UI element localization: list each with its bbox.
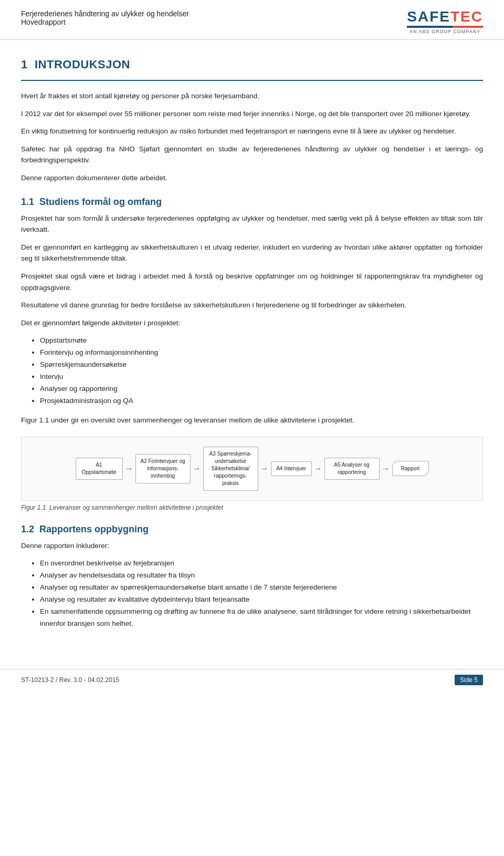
arrow-4: → (314, 464, 322, 473)
list-item: Analyser av hendelsesdata og resultater … (40, 570, 483, 582)
s1-1-p2: Det er gjennomført en kartlegging av sik… (21, 242, 483, 264)
flow-diagram: A1 Oppstartsmøte → A2 Forintervjuer og i… (21, 437, 483, 501)
list-item: Analyser og rapportering (40, 383, 483, 395)
logo-area: SAFETEC AN ABS GROUP COMPANY (407, 9, 483, 34)
intro-p5: Denne rapporten dokumenterer dette arbei… (21, 172, 483, 184)
flow-box-rapport: Rapport (392, 461, 429, 476)
flow-box-a5: A5 Analyser og rapportering (324, 458, 380, 480)
intro-p1: Hvert år fraktes et stort antall kjøretø… (21, 90, 483, 102)
arrow-1: → (125, 464, 133, 473)
figure-intro: Figur 1.1 under gir en oversikt over sam… (21, 415, 483, 426)
arrow-2: → (193, 464, 201, 473)
intro-p3: En viktig forutsetning for kontinuerlig … (21, 126, 483, 137)
safetec-logo: SAFETEC AN ABS GROUP COMPANY (407, 9, 483, 34)
list-item: En overordnet beskrivelse av ferjebransj… (40, 558, 483, 570)
list-item: Analyser og resultater av spørreskjemaun… (40, 582, 483, 594)
list-item: En sammenfattende oppsummering og drøfti… (40, 606, 483, 630)
section-divider (21, 80, 483, 81)
arrow-5: → (382, 464, 390, 473)
s1-2-intro: Denne rapporten inkluderer: (21, 540, 483, 552)
intro-p4: Safetec har på oppdrag fra NHO Sjøfart g… (21, 143, 483, 166)
list-item: Prosjektadministrasjon og QA (40, 395, 483, 407)
flow-box-a4: A4 Intervjuer (271, 461, 312, 476)
footer-doc-id: ST-10213-2 / Rev. 3.0 - 04.02.2015 (21, 676, 119, 684)
flow-box-a2: A2 Forintervjuer og informasjons-innhent… (135, 454, 191, 483)
page: Ferjerederienes håndtering av ulykker og… (0, 0, 504, 856)
s1-1-p1: Prosjektet har som formål å undersøke fe… (21, 213, 483, 235)
list-item: Analyse og resultater av kvalitative dyb… (40, 594, 483, 606)
intro-p2: I 2012 var det for eksempel over 55 mill… (21, 108, 483, 120)
section1-heading: 1 INTRODUKSJON (21, 58, 483, 71)
flow-box-a1: A1 Oppstartsmøte (76, 458, 123, 480)
figure-1-1-container: A1 Oppstartsmøte → A2 Forintervjuer og i… (21, 437, 483, 511)
main-content: 1 INTRODUKSJON Hvert år fraktes et stort… (0, 40, 504, 653)
list-item: Intervju (40, 371, 483, 383)
list-item: Forintervju og informasjonsinnhenting (40, 347, 483, 359)
page-header: Ferjerederienes håndtering av ulykker og… (0, 0, 504, 40)
section1-2-heading: 1.2 Rapportens oppbygning (21, 524, 483, 535)
list-item: Spørreskjemaundersøkelse (40, 359, 483, 371)
abs-group-text: AN ABS GROUP COMPANY (410, 29, 480, 34)
flow-box-a3: A3 Spørreskjema-undersøkelse Sikkerhetsk… (203, 447, 258, 491)
logo-tec: TEC (450, 8, 483, 25)
arrow-3: → (260, 464, 269, 473)
header-title-area: Ferjerederienes håndtering av ulykker og… (21, 9, 189, 26)
page-number: Side 5 (455, 675, 483, 685)
figure-caption: Figur 1.1 Leveranser og sammenhenger mel… (21, 504, 483, 511)
s1-1-p4: Resultatene vil danne grunnlag for bedre… (21, 300, 483, 311)
safetec-logo-text: SAFETEC (407, 9, 483, 24)
logo-bar (407, 26, 483, 28)
section1-1-heading: 1.1 Studiens formål og omfang (21, 197, 483, 208)
flow-middle-column: A3 Spørreskjema-undersøkelse Sikkerhetsk… (203, 447, 258, 491)
page-footer: ST-10213-2 / Rev. 3.0 - 04.02.2015 Side … (0, 669, 504, 690)
activities-list: OppstartsmøteForintervju og informasjons… (40, 335, 483, 407)
logo-safe: SAFE (407, 8, 450, 25)
document-subtitle: Hovedrapport (21, 18, 189, 26)
activities-intro: Det er gjennomført følgende aktiviteter … (21, 317, 483, 329)
list-item: Oppstartsmøte (40, 335, 483, 347)
document-title: Ferjerederienes håndtering av ulykker og… (21, 9, 189, 18)
s1-2-list: En overordnet beskrivelse av ferjebransj… (40, 558, 483, 630)
s1-1-p3: Prosjektet skal også være et bidrag i ar… (21, 271, 483, 293)
